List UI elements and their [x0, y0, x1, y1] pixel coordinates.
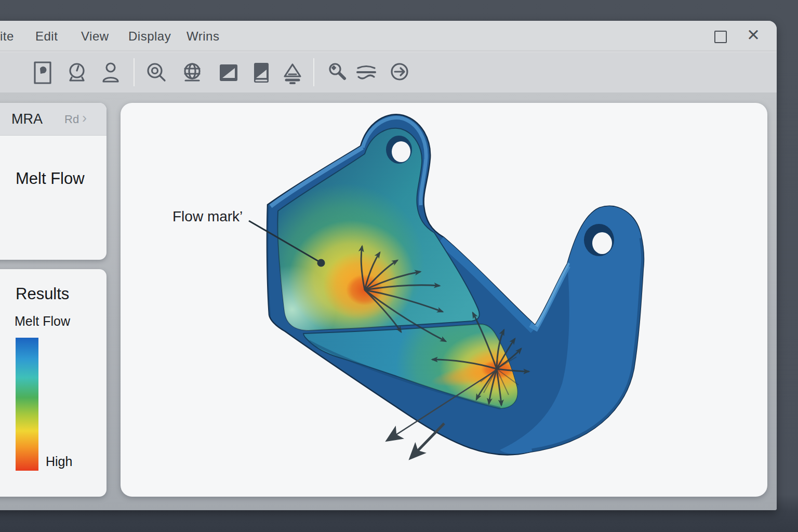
right-ear-hole — [584, 224, 614, 256]
close-button[interactable]: ✕ — [746, 28, 761, 43]
menu-windows[interactable]: Wrins — [187, 29, 219, 44]
project-panel-header: MRA Rd › — [0, 103, 107, 136]
cone-alert-icon[interactable] — [281, 61, 304, 85]
flow-lines-icon[interactable] — [354, 61, 378, 85]
toolbar-divider — [313, 58, 314, 86]
model-canvas[interactable]: Flow mark’ — [121, 103, 767, 497]
probe-icon[interactable] — [325, 61, 349, 85]
leader-dot — [317, 259, 325, 267]
chevron-right-icon: › — [82, 110, 87, 126]
result-item-melt-flow[interactable]: Melt Flow — [15, 314, 70, 329]
zoom-icon[interactable] — [144, 61, 168, 85]
mesh-globe-icon[interactable] — [180, 61, 204, 85]
user-icon[interactable] — [99, 61, 123, 85]
menu-edit[interactable]: Edit — [35, 29, 58, 44]
results-panel: Results Melt Flow High — [0, 269, 107, 497]
menu-file[interactable]: ite — [0, 29, 14, 44]
legend-high-label: High — [46, 454, 72, 469]
toolbar-divider — [134, 58, 135, 86]
app-window: ite Edit View Display Wrins ✕ — [0, 21, 777, 510]
annotate-document-icon[interactable] — [31, 61, 55, 85]
titlebar: ite Edit View Display Wrins ✕ — [0, 21, 777, 51]
gauge-icon[interactable] — [65, 61, 89, 85]
annotation-label: Flow mark’ — [172, 208, 243, 224]
maximize-button[interactable] — [714, 31, 727, 43]
study-title: Melt Flow — [16, 169, 85, 188]
viewport-panel: Flow mark’ — [121, 103, 767, 497]
breadcrumb[interactable]: Rd — [64, 113, 79, 126]
results-heading: Results — [16, 285, 69, 303]
color-scale-legend — [16, 338, 38, 471]
menu-display[interactable]: Display — [128, 29, 171, 44]
tab-mra[interactable]: MRA — [11, 111, 43, 127]
shaded-view-icon[interactable] — [217, 61, 241, 85]
menu-view[interactable]: View — [81, 29, 109, 44]
left-ear-hole — [386, 136, 412, 164]
run-icon[interactable] — [388, 61, 411, 85]
section-view-icon[interactable] — [249, 61, 273, 85]
desktop-background: ite Edit View Display Wrins ✕ — [0, 0, 798, 532]
project-panel: MRA Rd › Melt Flow — [0, 103, 107, 260]
bracket-model — [248, 114, 644, 455]
toolbar — [0, 51, 777, 93]
